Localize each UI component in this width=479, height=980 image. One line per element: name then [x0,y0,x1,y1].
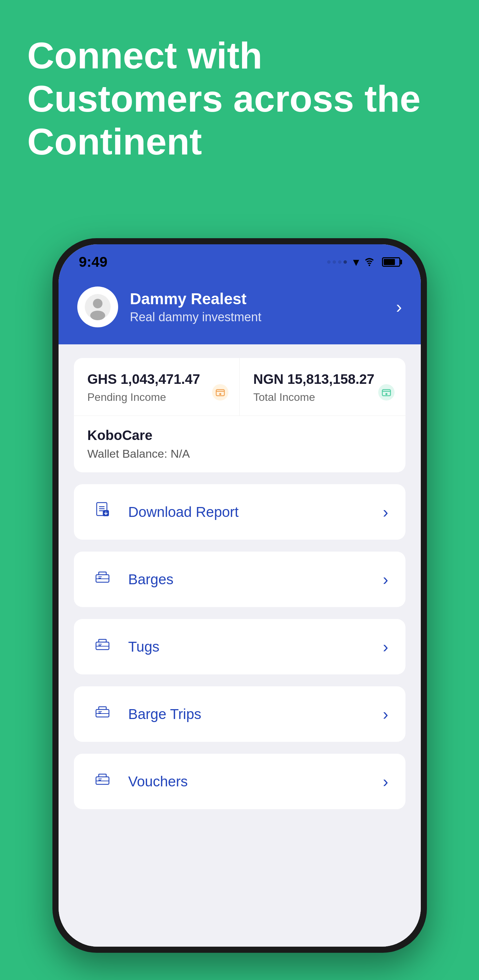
status-time: 9:49 [79,254,108,270]
total-income-cell: NGN 15,813,158.27 Total Income [240,358,406,415]
wallet-balance: Wallet Balance: N/A [88,447,392,460]
status-icons: ▾ [327,255,400,269]
wifi-icon: ▾ [353,255,375,269]
barges-icon [91,568,115,591]
menu-item-barge-trips[interactable]: Barge Trips › [74,686,406,742]
total-label: Total Income [253,391,392,404]
svg-point-0 [368,264,370,266]
total-income-icon [378,383,395,405]
barges-label: Barges [128,571,369,588]
svg-point-7 [378,384,394,401]
header-info: Dammy Realest Real dammy investment [130,290,384,324]
signal-icon [327,260,347,264]
header[interactable]: Dammy Realest Real dammy investment › [59,276,421,344]
phone-shell: 9:49 ▾ [53,238,427,953]
tugs-icon [91,635,115,658]
barges-chevron-icon: › [383,570,388,589]
download-report-chevron-icon: › [383,503,388,521]
hero-text: Connect with Customers across the Contin… [27,34,452,163]
main-content: GHS 1,043,471.47 Pending Income [59,344,421,947]
kobocare-row: KoboCare Wallet Balance: N/A [74,416,406,472]
avatar [77,286,118,327]
pending-label: Pending Income [88,391,226,404]
vouchers-icon [91,770,115,793]
vouchers-label: Vouchers [128,773,369,790]
barge-trips-chevron-icon: › [383,705,388,724]
download-report-label: Download Report [128,504,369,520]
pending-amount: GHS 1,043,471.47 [88,372,226,387]
tugs-chevron-icon: › [383,637,388,656]
header-chevron-icon[interactable]: › [396,297,402,317]
user-subtitle: Real dammy investment [130,310,384,324]
menu-item-download-report[interactable]: Download Report › [74,484,406,540]
user-name: Dammy Realest [130,290,384,308]
kobocare-title: KoboCare [88,428,392,443]
battery-icon [382,257,400,267]
svg-point-3 [90,311,105,320]
svg-point-2 [93,299,102,308]
phone-container: 9:49 ▾ [53,238,427,953]
menu-item-vouchers[interactable]: Vouchers › [74,754,406,809]
phone-screen: 9:49 ▾ [59,244,421,947]
barge-trips-icon [91,703,115,725]
barge-trips-label: Barge Trips [128,706,369,722]
svg-point-9 [385,393,387,395]
pending-income-cell: GHS 1,043,471.47 Pending Income [74,358,240,415]
menu-item-tugs[interactable]: Tugs › [74,619,406,675]
pending-income-icon [211,383,229,405]
tugs-label: Tugs [128,639,369,655]
svg-point-4 [212,384,228,401]
download-report-icon [91,501,115,523]
total-amount: NGN 15,813,158.27 [253,372,392,387]
menu-item-barges[interactable]: Barges › [74,552,406,607]
status-bar: 9:49 ▾ [59,244,421,276]
svg-point-6 [219,393,221,395]
income-row: GHS 1,043,471.47 Pending Income [74,358,406,416]
vouchers-chevron-icon: › [383,772,388,791]
income-card: GHS 1,043,471.47 Pending Income [74,358,406,472]
